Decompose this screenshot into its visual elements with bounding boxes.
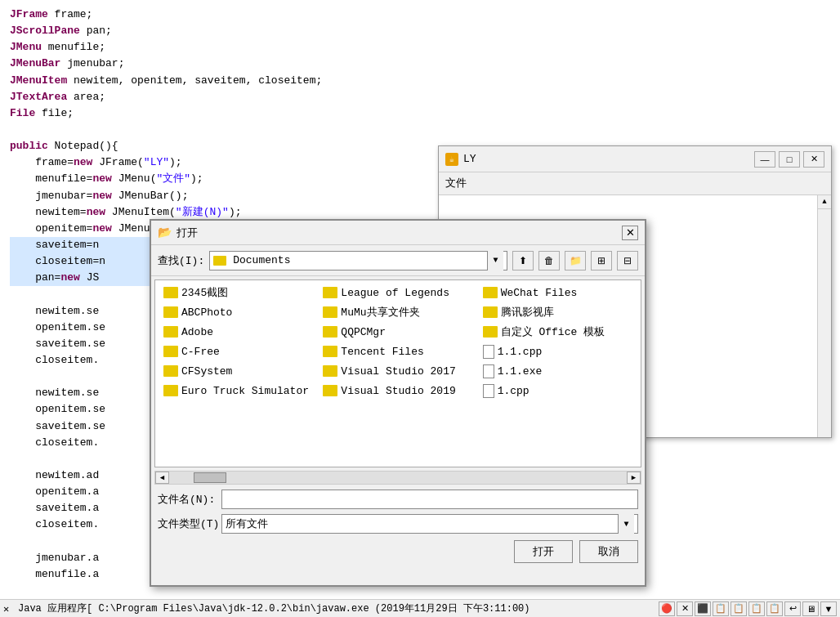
ly-menu-file[interactable]: 文件	[445, 177, 467, 190]
file-item[interactable]: Adobe	[159, 323, 318, 341]
status-icon: ✕	[3, 603, 15, 615]
file-name: 1.cpp	[498, 385, 529, 397]
code-line: JFrame frame;	[10, 7, 830, 23]
file-name: 2345截图	[181, 285, 228, 300]
file-item[interactable]: WeChat Files	[478, 284, 637, 302]
file-name: Adobe	[181, 326, 213, 338]
code-line: File file;	[10, 105, 830, 122]
path-combo-arrow[interactable]: ▼	[487, 251, 503, 270]
file-name: QQPCMgr	[341, 326, 386, 338]
ly-maximize-button[interactable]: □	[779, 151, 800, 168]
filename-input[interactable]	[221, 490, 638, 509]
toolbar-label: 查找(I):	[158, 253, 204, 268]
folder-icon	[163, 306, 178, 318]
status-btn-2[interactable]: ✕	[677, 601, 693, 616]
folder-icon	[323, 346, 337, 357]
folder-icon	[483, 306, 498, 318]
status-btn-1[interactable]: 🔴	[659, 601, 675, 616]
status-btn-6[interactable]: 📋	[748, 601, 765, 616]
file-name: CFSystem	[181, 365, 232, 378]
dialog-title-left: 📂 打开	[158, 226, 198, 240]
file-name: Visual Studio 2019	[341, 385, 455, 397]
file-item[interactable]: Visual Studio 2017	[318, 362, 477, 380]
code-line: JScrollPane pan;	[10, 23, 830, 39]
file-name: Tencent Files	[341, 346, 423, 358]
path-combo[interactable]: Documents ▼	[209, 251, 507, 270]
file-name: League of Legends	[341, 287, 449, 299]
filename-label: 文件名(N):	[158, 492, 215, 507]
dialog-close-button[interactable]: ✕	[622, 226, 638, 240]
file-grid: 2345截图 League of Legends WeChat Files AB…	[155, 280, 641, 403]
file-name: Visual Studio 2017	[341, 365, 455, 378]
folder-icon	[163, 365, 178, 377]
ly-title-left: ☕ LY	[445, 153, 476, 166]
filetype-combo-arrow[interactable]: ▼	[618, 514, 634, 534]
file-item[interactable]: Visual Studio 2019	[318, 382, 477, 400]
folder-icon	[163, 346, 178, 357]
file-item[interactable]: ABCPhoto	[159, 303, 318, 321]
code-line: JTextArea area;	[10, 89, 830, 105]
ly-minimize-button[interactable]: —	[754, 151, 775, 168]
code-line: JMenu menufile;	[10, 39, 830, 56]
ly-close-button[interactable]: ✕	[803, 151, 824, 168]
file-item[interactable]: Euro Truck Simulator	[159, 382, 318, 400]
status-btn-8[interactable]: ↩	[784, 601, 801, 616]
file-item[interactable]: 2345截图	[159, 284, 318, 302]
file-name: 自定义 Office 模板	[501, 324, 605, 339]
cancel-button[interactable]: 取消	[579, 540, 638, 563]
status-btn-3[interactable]: ⬛	[695, 601, 711, 616]
file-name: 腾讯影视库	[501, 305, 554, 320]
open-button[interactable]: 打开	[514, 540, 573, 563]
folder-icon	[323, 306, 337, 318]
horizontal-scrollbar[interactable]: ◀ ▶	[154, 471, 641, 485]
file-item[interactable]: MuMu共享文件夹	[318, 303, 477, 321]
filetype-value: 所有文件	[226, 516, 618, 531]
file-item[interactable]: CFSystem	[159, 362, 318, 380]
status-right: 🔴 ✕ ⬛ 📋 📋 📋 📋 ↩ 🖥 ▼	[659, 601, 837, 616]
folder-icon	[213, 256, 226, 266]
ly-titlebar: ☕ LY — □ ✕	[439, 146, 831, 172]
code-line: JMenuBar jmenubar;	[10, 56, 830, 72]
doc-icon	[483, 384, 494, 398]
status-btn-5[interactable]: 📋	[731, 601, 747, 616]
toolbar-btn-view-large[interactable]: ⊞	[591, 251, 612, 270]
doc-icon	[483, 364, 494, 378]
status-btn-4[interactable]: 📋	[713, 601, 729, 616]
file-item[interactable]: 1.1.cpp	[478, 342, 637, 360]
file-item[interactable]: 腾讯影视库	[478, 303, 637, 321]
scroll-track[interactable]	[169, 472, 627, 484]
status-btn-7[interactable]: 📋	[766, 601, 783, 616]
open-dialog: 📂 打开 ✕ 查找(I): Documents ▼ ⬆ 🗑 📁 ⊞ ⊟ 2345…	[150, 219, 646, 587]
scroll-right-button[interactable]: ▶	[627, 472, 641, 484]
filetype-combo[interactable]: 所有文件 ▼	[221, 514, 638, 534]
filetype-row: 文件类型(T): 所有文件 ▼	[158, 514, 638, 534]
status-btn-9[interactable]: 🖥	[802, 601, 819, 616]
scroll-up-btn[interactable]: ▲	[818, 195, 831, 209]
status-btn-10[interactable]: ▼	[820, 601, 837, 616]
file-name: 1.1.exe	[498, 365, 543, 378]
toolbar-btn-delete[interactable]: 🗑	[538, 251, 560, 270]
file-name: MuMu共享文件夹	[341, 305, 419, 320]
status-text: Java 应用程序[ C:\Program Files\Java\jdk-12.…	[18, 601, 529, 615]
file-name: 1.1.cpp	[498, 346, 543, 358]
folder-icon	[163, 385, 178, 396]
toolbar-btn-new-folder[interactable]: 📁	[565, 251, 586, 270]
scroll-thumb[interactable]	[194, 472, 226, 483]
file-item[interactable]: League of Legends	[318, 284, 477, 302]
file-item[interactable]: 1.1.exe	[478, 362, 637, 380]
folder-icon	[163, 326, 178, 338]
scroll-left-button[interactable]: ◀	[155, 472, 169, 484]
ly-scrollbar[interactable]: ▲	[817, 195, 831, 437]
file-list-area: 2345截图 League of Legends WeChat Files AB…	[154, 279, 641, 467]
toolbar-btn-view-list[interactable]: ⊟	[617, 251, 638, 270]
file-item[interactable]: Tencent Files	[318, 342, 477, 360]
dialog-titlebar: 📂 打开 ✕	[151, 221, 645, 245]
file-item[interactable]: C-Free	[159, 342, 318, 360]
file-item[interactable]: QQPCMgr	[318, 323, 477, 341]
toolbar-btn-up[interactable]: ⬆	[512, 251, 534, 270]
folder-icon	[323, 385, 337, 396]
file-item[interactable]: 1.cpp	[478, 382, 637, 400]
folder-icon	[163, 287, 178, 298]
file-item[interactable]: 自定义 Office 模板	[478, 323, 637, 341]
ly-app-icon: ☕	[445, 153, 458, 166]
